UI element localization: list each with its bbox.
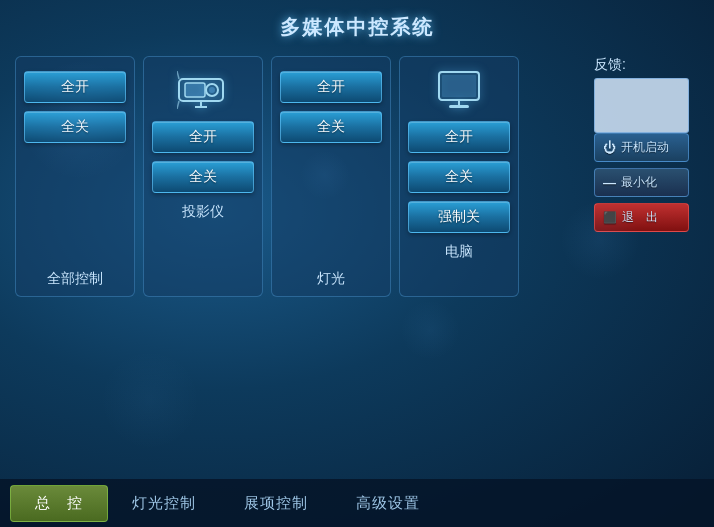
panel-projector: 全开 全关 投影仪 bbox=[143, 56, 263, 297]
computer-label: 电脑 bbox=[445, 243, 473, 261]
power-start-button[interactable]: ⏻ 开机启动 bbox=[594, 133, 689, 162]
tab-light-control[interactable]: 灯光控制 bbox=[108, 486, 220, 521]
tab-advanced-settings[interactable]: 高级设置 bbox=[332, 486, 444, 521]
svg-rect-11 bbox=[449, 105, 469, 108]
tab-bar: 总 控 灯光控制 展项控制 高级设置 bbox=[0, 479, 714, 527]
light-off-button[interactable]: 全关 bbox=[280, 111, 382, 143]
svg-line-4 bbox=[177, 71, 179, 79]
svg-rect-9 bbox=[442, 75, 476, 97]
minimize-icon: — bbox=[603, 175, 616, 190]
svg-line-5 bbox=[177, 101, 179, 109]
svg-rect-1 bbox=[185, 83, 205, 97]
projector-on-button[interactable]: 全开 bbox=[152, 121, 254, 153]
projector-icon bbox=[177, 67, 229, 113]
all-control-label: 全部控制 bbox=[47, 270, 103, 288]
main-background: 多媒体中控系统 全开 全关 全部控制 bbox=[0, 0, 714, 527]
power-icon: ⏻ bbox=[603, 140, 616, 155]
feedback-display bbox=[594, 78, 689, 133]
svg-point-3 bbox=[209, 87, 215, 93]
projector-label: 投影仪 bbox=[182, 203, 224, 221]
feedback-label: 反馈: bbox=[594, 56, 699, 74]
power-start-label: 开机启动 bbox=[621, 139, 669, 156]
panel-computer: 全开 全关 强制关 电脑 bbox=[399, 56, 519, 297]
computer-on-button[interactable]: 全开 bbox=[408, 121, 510, 153]
projector-off-button[interactable]: 全关 bbox=[152, 161, 254, 193]
light-on-button[interactable]: 全开 bbox=[280, 71, 382, 103]
minimize-button[interactable]: — 最小化 bbox=[594, 168, 689, 197]
tab-exhibit-control[interactable]: 展项控制 bbox=[220, 486, 332, 521]
tab-general-control[interactable]: 总 控 bbox=[10, 485, 108, 522]
page-title: 多媒体中控系统 bbox=[0, 0, 714, 51]
monitor-icon bbox=[435, 67, 483, 113]
computer-off-button[interactable]: 全关 bbox=[408, 161, 510, 193]
minimize-label: 最小化 bbox=[621, 174, 657, 191]
computer-force-off-button[interactable]: 强制关 bbox=[408, 201, 510, 233]
lights-label: 灯光 bbox=[317, 270, 345, 288]
